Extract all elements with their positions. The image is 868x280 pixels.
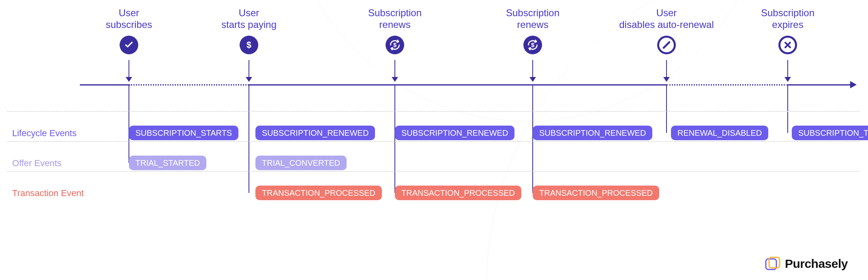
timeline-segment: [667, 84, 788, 85]
row-separator: [7, 141, 859, 142]
drop-line: [787, 84, 788, 133]
svg-text:$: $: [246, 40, 251, 50]
event-label: Subscriptionexpires: [761, 7, 814, 31]
diagram: UsersubscribesUserstarts paying$Subscrip…: [0, 0, 579, 280]
transaction-event-label: Transaction Event: [12, 188, 84, 199]
dollar-icon: $: [240, 36, 258, 54]
event-arrow: [249, 60, 249, 81]
forbid-icon: [657, 36, 676, 54]
event-badge: SUBSCRIPTION_RENEWED: [395, 126, 514, 140]
event-arrow: [532, 60, 533, 81]
refresh-icon: $: [523, 36, 542, 54]
event-badge: TRANSACTION_PROCESSED: [395, 186, 521, 200]
event-badge: SUBSCRIPTION_STARTS: [129, 126, 238, 140]
event-badge: TRANSACTION_PROCESSED: [255, 186, 382, 200]
event-label: Subscriptionrenews: [506, 7, 559, 31]
timeline-arrowhead-icon: [850, 81, 857, 88]
timeline-segment: [80, 84, 129, 85]
refresh-icon: $: [386, 36, 404, 54]
event-arrow: [394, 60, 395, 81]
purchasely-logo-text: Purchasely: [785, 257, 848, 271]
svg-text:$: $: [393, 42, 396, 48]
timeline-segment: [788, 84, 850, 85]
event-badge: TRANSACTION_PROCESSED: [533, 186, 659, 200]
event-arrow: [129, 60, 129, 81]
event-badge: SUBSCRIPTION_RENEWED: [533, 126, 652, 140]
row-separator: [7, 171, 859, 172]
svg-line-3: [664, 42, 669, 48]
purchasely-logo: Purchasely: [765, 256, 848, 272]
timeline-segment: [129, 84, 249, 85]
drop-line: [532, 84, 533, 193]
event-arrow: [787, 60, 788, 81]
event-badge: TRIAL_CONVERTED: [255, 156, 347, 170]
svg-text:$: $: [531, 42, 534, 48]
drop-line: [129, 84, 129, 163]
event-arrow: [666, 60, 667, 81]
lifecycle-events-label: Lifecycle Events: [12, 128, 77, 139]
event-label: Userdisables auto-renewal: [619, 7, 714, 31]
check-icon: [120, 36, 138, 54]
event-label: Userstarts paying: [221, 7, 276, 31]
event-badge: SUBSCRIPTION_RENEWED: [255, 126, 375, 140]
purchasely-logo-mark-icon: [765, 256, 781, 272]
event-label: Subscriptionrenews: [368, 7, 422, 31]
cross-icon: [778, 36, 797, 54]
event-label: Usersubscribes: [106, 7, 152, 31]
offer-events-label: Offer Events: [12, 158, 62, 169]
drop-line: [394, 84, 395, 193]
drop-line: [249, 84, 249, 193]
drop-line: [666, 84, 667, 133]
event-badge: RENEWAL_DISABLED: [671, 126, 768, 140]
event-badge: SUBSCRIPTION_TERMINATED: [792, 126, 868, 140]
timeline-segment: [249, 84, 667, 85]
event-badge: TRIAL_STARTED: [129, 156, 206, 170]
row-separator: [7, 111, 859, 112]
